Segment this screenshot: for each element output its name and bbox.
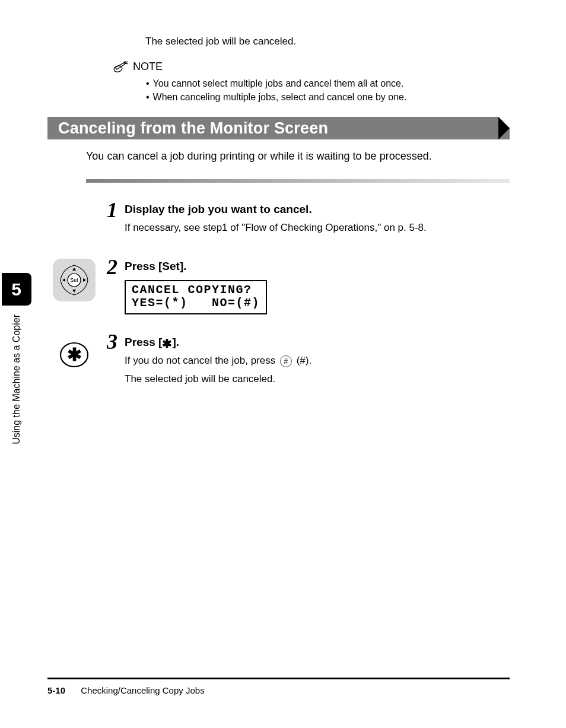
section-heading-bar: Canceling from the Monitor Screen: [47, 117, 510, 139]
step-1-body: If necessary, see step1 of "Flow of Chec…: [125, 222, 510, 234]
note-block: NOTE You cannot select multiple jobs and…: [113, 61, 510, 104]
note-item: When canceling multiple jobs, select and…: [146, 90, 510, 104]
svg-text:✱: ✱: [67, 345, 82, 364]
note-item: You cannot select multiple jobs and canc…: [146, 77, 510, 90]
step-2: Set 2 Press [Set]. CANCEL COPYING? YES=(…: [47, 256, 510, 314]
step-3-heading: Press [✱].: [125, 335, 510, 349]
step-1: 1 Display the job you want to cancel. If…: [47, 199, 510, 240]
lcd-line-2: YES=(*) NO=(#): [132, 296, 260, 310]
page-footer: 5-10 Checking/Canceling Copy Jobs: [47, 678, 510, 695]
step-2-heading: Press [Set].: [125, 260, 510, 273]
svg-marker-6: [83, 278, 86, 282]
lcd-display: CANCEL COPYING? YES=(*) NO=(#): [125, 280, 267, 314]
footer-title: Checking/Canceling Copy Jobs: [81, 685, 204, 695]
svg-marker-5: [62, 278, 65, 282]
star-icon-inline: ✱: [162, 337, 172, 350]
note-label: NOTE: [133, 61, 163, 73]
step-1-heading: Display the job you want to cancel.: [125, 203, 510, 216]
step-number: 1: [101, 199, 125, 221]
previous-step-result-text: The selected job will be canceled.: [145, 36, 510, 47]
note-heading: NOTE: [113, 61, 510, 73]
svg-marker-3: [72, 268, 76, 271]
page-number: 5-10: [47, 685, 65, 695]
set-key-icon: Set: [53, 259, 96, 301]
step-3-body-2: The selected job will be canceled.: [125, 373, 510, 385]
step-number: 3: [101, 331, 125, 352]
step-3-body-1: If you do not cancel the job, press # (#…: [125, 355, 510, 367]
gradient-divider: [86, 179, 510, 183]
step-number: 2: [101, 256, 125, 278]
svg-text:Set: Set: [70, 277, 78, 283]
hash-key-icon: #: [280, 355, 292, 367]
svg-marker-4: [72, 290, 76, 293]
section-intro-text: You can cancel a job during printing or …: [86, 150, 510, 163]
note-list: You cannot select multiple jobs and canc…: [146, 77, 510, 104]
lcd-line-1: CANCEL COPYING?: [132, 283, 252, 297]
step-3: ✱ 3 Press [✱]. If you do not cancel the …: [47, 331, 510, 391]
note-pencil-icon: [113, 61, 128, 73]
section-title: Canceling from the Monitor Screen: [58, 119, 328, 138]
star-key-icon: ✱: [53, 333, 96, 376]
